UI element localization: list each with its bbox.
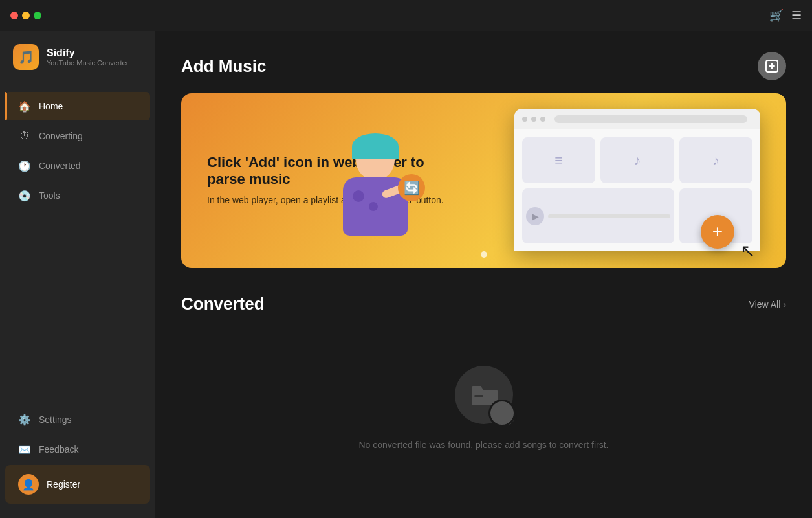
empty-message: No converted file was found, please add … (359, 440, 609, 450)
home-icon: 🏠 (18, 100, 31, 113)
sidebar-item-settings-label: Settings (39, 414, 72, 425)
sidebar-item-converted-label: Converted (39, 161, 81, 171)
sidebar-item-home-label: Home (39, 101, 63, 111)
empty-state: No converted file was found, please add … (181, 327, 786, 489)
svg-point-2 (502, 413, 510, 421)
sidebar-item-feedback-label: Feedback (39, 444, 78, 455)
mock-dot-1 (522, 117, 527, 122)
register-label: Register (47, 479, 80, 490)
sidebar: 🎵 Sidify YouTube Music Converter 🏠 Home … (0, 0, 155, 518)
view-all-arrow: › (783, 299, 786, 310)
minimize-button[interactable] (22, 12, 30, 19)
cart-icon[interactable]: 🛒 (769, 8, 784, 23)
import-icon (765, 59, 779, 73)
sidebar-item-converting-label: Converting (39, 131, 83, 141)
converted-header: Converted View All › (181, 294, 786, 314)
sidebar-bottom: ⚙️ Settings ✉️ Feedback 👤 Register (0, 399, 155, 518)
main-content: Add Music Click 'Add' icon in web player… (155, 0, 812, 518)
app-name: Sidify (47, 47, 128, 59)
sidebar-item-converted[interactable]: 🕐 Converted (5, 152, 150, 180)
mock-dot-3 (540, 117, 545, 122)
feedback-icon: ✉️ (18, 443, 31, 456)
sidebar-item-tools-label: Tools (39, 190, 60, 201)
register-avatar: 👤 (18, 474, 39, 495)
empty-folder-icon (455, 366, 513, 424)
cursor-icon: ↖ (740, 240, 755, 262)
view-all-button[interactable]: View All › (749, 299, 786, 310)
sidebar-item-feedback[interactable]: ✉️ Feedback (5, 435, 150, 464)
app-title-block: Sidify YouTube Music Converter (47, 47, 128, 67)
title-bar: 🛒 ☰ (0, 0, 812, 31)
mock-card-1: ≡ (522, 137, 595, 183)
converted-section: Converted View All › No converted (181, 294, 786, 489)
svg-rect-1 (474, 395, 483, 397)
sidebar-item-converting[interactable]: ⏱ Converting (5, 122, 150, 150)
sidebar-header: 🎵 Sidify YouTube Music Converter (0, 31, 155, 85)
mock-card-2: ♪ (600, 137, 674, 183)
folder-svg (469, 382, 499, 408)
banner-plus-button[interactable]: + (701, 215, 734, 249)
maximize-button[interactable] (34, 12, 41, 19)
nav-section: 🏠 Home ⏱ Converting 🕐 Converted 💿 Tools (0, 85, 155, 399)
app-subtitle: YouTube Music Converter (47, 59, 128, 67)
mock-card-3: ♪ (679, 137, 752, 183)
converting-icon: ⏱ (18, 130, 31, 142)
folder-sub-icon (495, 406, 517, 428)
settings-icon: ⚙️ (18, 413, 31, 426)
menu-icon[interactable]: ☰ (791, 8, 802, 23)
view-all-label: View All (749, 299, 781, 310)
add-music-title: Add Music (181, 56, 266, 76)
register-avatar-icon: 👤 (22, 479, 35, 491)
sidebar-item-home[interactable]: 🏠 Home (5, 92, 150, 120)
converted-icon: 🕐 (18, 159, 31, 172)
character-illustration: 🔄 (324, 126, 427, 268)
app-logo: 🎵 (13, 44, 39, 70)
add-music-banner: Click 'Add' icon in web player to parse … (181, 93, 786, 268)
mock-browser-bar (514, 109, 760, 130)
mock-dot-2 (531, 117, 536, 122)
traffic-lights (10, 12, 41, 19)
sidebar-item-tools[interactable]: 💿 Tools (5, 181, 150, 210)
mock-card-4: ▶ (522, 188, 674, 243)
register-item[interactable]: 👤 Register (5, 465, 150, 504)
converted-title: Converted (181, 294, 265, 314)
close-button[interactable] (10, 12, 18, 19)
title-bar-left (10, 12, 47, 19)
sidebar-item-settings[interactable]: ⚙️ Settings (5, 405, 150, 434)
add-music-action-button[interactable] (758, 52, 786, 80)
app-logo-icon: 🎵 (18, 49, 34, 65)
carousel-dot[interactable] (481, 251, 487, 258)
tools-icon: 💿 (18, 189, 31, 202)
title-bar-right: 🛒 ☰ (769, 8, 802, 23)
add-music-header: Add Music (181, 52, 786, 80)
